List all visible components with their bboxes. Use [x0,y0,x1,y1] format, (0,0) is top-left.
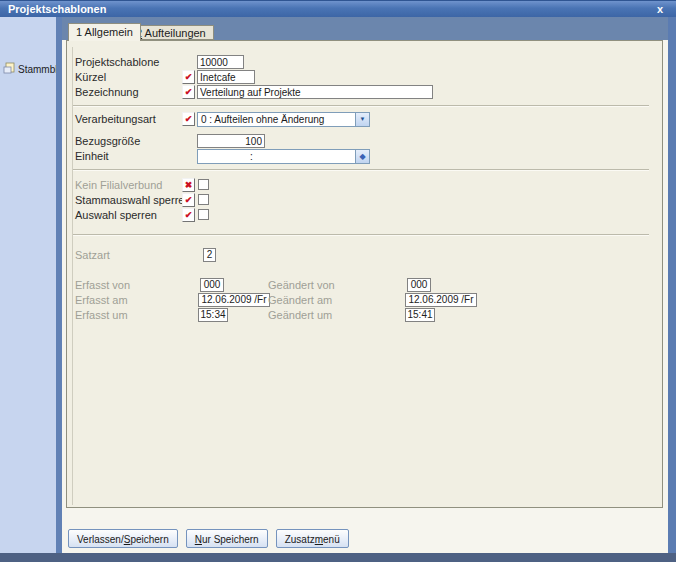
field-row-auswahl-sperren: Auswahl sperren ✔ [67,208,662,223]
geaendert-am-label: Geändert am [268,294,332,306]
separator [73,105,649,107]
auswahl-sperren-label: Auswahl sperren [75,209,157,221]
einheit-label: Einheit [75,150,109,162]
field-row-kuerzel: Kürzel ✔ [67,70,662,85]
kuerzel-label: Kürzel [75,71,106,83]
field-row-kein-filialverbund: Kein Filialverbund ✖ [67,178,662,193]
edit-check-icon[interactable]: ✔ [182,112,195,126]
einheit-value: : [250,151,253,162]
erfasst-am-label: Erfasst am [75,294,128,306]
projektschablone-input[interactable] [197,55,244,69]
geaendert-von-label: Geändert von [268,279,335,291]
verarbeitungsart-label: Verarbeitungsart [75,113,156,125]
window-bottom-border [0,553,676,562]
stammauswahl-sperren-checkbox[interactable] [198,194,209,205]
field-row-verarbeitungsart: Verarbeitungsart ✔ 0 : Aufteilen ohne Än… [67,112,662,127]
verarbeitungsart-dropdown[interactable]: 0 : Aufteilen ohne Änderung ▼ [197,112,370,127]
geaendert-von-value-box: 000 [407,278,431,292]
window-title: Projektschablonen [8,1,106,18]
geaendert-um-label: Geändert um [268,309,332,321]
window-right-border [668,17,676,553]
sidebar: Stammblatt [0,17,56,553]
title-bar: Projektschablonen x [0,0,676,17]
dropdown-button[interactable]: ▼ [355,113,369,126]
tab-strip: 1 Allgemein 2 Aufteilungen [62,17,668,40]
erfasst-um-value-box: 15:34 [198,308,228,322]
erfasst-von-label: Erfasst von [75,279,130,291]
field-row-satzart: Satzart 2 [67,248,662,263]
field-row-stammauswahl-sperren: Stammauswahl sperren ✔ [67,193,662,208]
verlassen-speichern-button[interactable]: Verlassen/Speichern [68,529,178,548]
zusatzmenu-button[interactable]: Zusatzmenü [276,529,349,548]
edit-check-icon[interactable]: ✔ [182,193,195,207]
projektschablonen-window: Projektschablonen x Stammblatt 1 Allgeme… [0,0,676,562]
kein-filialverbund-checkbox[interactable] [198,179,209,190]
close-icon[interactable]: x [654,1,666,17]
edit-check-icon[interactable]: ✔ [182,70,195,84]
bottom-button-row: Verlassen/Speichern Nur Speichern Zusatz… [68,529,349,548]
nur-speichern-button[interactable]: Nur Speichern [186,529,268,548]
einheit-lookup-field[interactable]: : ◆ [197,149,370,164]
field-row-einheit: Einheit : ◆ [67,149,662,164]
field-row-erfasst-um: Erfasst um 15:34 Geändert um 15:41 [67,308,662,323]
sheet-icon [3,62,15,76]
kein-filialverbund-label: Kein Filialverbund [75,179,162,191]
kuerzel-input[interactable] [197,70,255,84]
separator [73,234,649,236]
bezeichnung-input[interactable] [197,85,433,99]
bezeichnung-label: Bezeichnung [75,86,139,98]
projektschablone-label: Projektschablone [75,56,159,68]
erfasst-um-label: Erfasst um [75,309,128,321]
edit-check-icon[interactable]: ✔ [182,85,195,99]
chevron-down-icon: ▼ [356,113,369,126]
field-row-bezeichnung: Bezeichnung ✔ [67,85,662,100]
erfasst-am-value-box: 12.06.2009 /Fr [198,293,270,307]
bezugsgroesse-label: Bezugsgröße [75,135,140,147]
geaendert-um-value-box: 15:41 [405,308,435,322]
verarbeitungsart-value: 0 : Aufteilen ohne Änderung [201,114,324,125]
auswahl-sperren-checkbox[interactable] [198,209,209,220]
edit-check-icon[interactable]: ✔ [182,208,195,222]
satzart-value-box: 2 [203,248,216,262]
lookup-button[interactable]: ◆ [355,150,369,163]
separator [73,169,649,171]
field-row-erfasst-am: Erfasst am 12.06.2009 /Fr Geändert am 12… [67,293,662,308]
bezugsgroesse-input[interactable] [197,134,265,148]
lookup-diamond-icon: ◆ [356,150,369,163]
erfasst-von-value-box: 000 [200,278,224,292]
field-row-projektschablone: Projektschablone [67,55,662,70]
form-panel: Projektschablone Kürzel ✔ Bezeichnung ✔ … [66,40,663,508]
field-row-erfasst-von: Erfasst von 000 Geändert von 000 [67,278,662,293]
satzart-label: Satzart [75,249,110,261]
tab-allgemein[interactable]: 1 Allgemein [68,23,141,41]
field-row-bezugsgroesse: Bezugsgröße [67,134,662,149]
stammauswahl-sperren-label: Stammauswahl sperren [75,194,191,206]
geaendert-am-value-box: 12.06.2009 /Fr [405,293,477,307]
edit-cross-icon[interactable]: ✖ [182,178,195,192]
